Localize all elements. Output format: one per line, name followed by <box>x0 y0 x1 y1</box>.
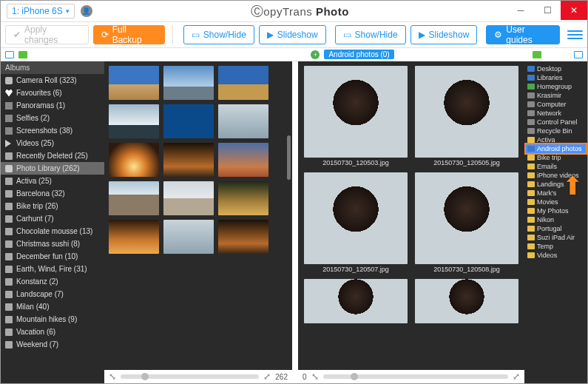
tree-node[interactable]: Movies <box>526 198 586 206</box>
tree-node[interactable]: Homegroup <box>526 82 586 91</box>
tree-node[interactable]: Landings <box>526 180 586 189</box>
album-item[interactable]: Chocolate mousse (13) <box>1 225 104 238</box>
album-item[interactable]: Recently Deleted (25) <box>1 149 104 162</box>
album-item[interactable]: Barcelona (32) <box>1 187 104 200</box>
album-item[interactable]: Activa (25) <box>1 175 104 187</box>
caption: 20150730_120507.jpg <box>304 266 408 273</box>
thumbnail[interactable] <box>163 181 214 215</box>
thumbnail[interactable] <box>109 104 159 138</box>
album-item[interactable]: Camera Roll (323) <box>1 74 104 87</box>
panel-divider[interactable] <box>292 61 298 383</box>
album-item[interactable]: December fun (10) <box>1 250 104 263</box>
device-selector[interactable]: 1: iPhone 6S ▾ <box>7 4 75 18</box>
user-guides-button[interactable]: ⚙ User guides <box>486 25 559 44</box>
thumbnail[interactable] <box>163 66 214 100</box>
expand-icon[interactable]: ⤢ <box>513 371 520 382</box>
collapse-icon[interactable]: ⤡ <box>311 371 319 382</box>
album-item[interactable]: Panoramas (1) <box>1 99 104 112</box>
album-item[interactable]: Screenshots (38) <box>1 124 104 137</box>
app-title: ⒸopyTrans Photo <box>92 3 507 20</box>
collapse-left-icon[interactable] <box>5 51 14 58</box>
thumbnail[interactable] <box>109 143 159 177</box>
add-icon[interactable]: + <box>311 50 320 59</box>
slideshow-left-button[interactable]: ▶ Slideshow <box>259 25 326 44</box>
thumbnail[interactable] <box>109 220 159 254</box>
tree-node[interactable]: Recycle Bin <box>526 127 586 135</box>
album-item[interactable]: Videos (25) <box>1 137 104 149</box>
tree-label: Landings <box>537 181 564 188</box>
album-item[interactable]: Carhunt (7) <box>1 212 104 225</box>
apply-changes-button[interactable]: ✔ Apply changes <box>5 25 89 44</box>
profile-icon[interactable]: 👤 <box>81 5 92 17</box>
thumbnail[interactable] <box>218 66 268 100</box>
thumbnail[interactable] <box>163 220 214 254</box>
expand-icon[interactable]: ⤢ <box>263 371 271 382</box>
new-album-icon[interactable] <box>18 51 27 58</box>
tree-node[interactable]: My Photos <box>526 206 586 215</box>
menu-button[interactable] <box>567 27 583 43</box>
album-label: Recently Deleted (25) <box>16 152 88 160</box>
thumbnail[interactable] <box>218 143 268 177</box>
tree-node[interactable]: Network <box>526 109 586 118</box>
minimize-button[interactable]: ─ <box>507 1 534 20</box>
album-item[interactable]: Selfies (2) <box>1 112 104 124</box>
tree-node[interactable]: Activa <box>526 135 586 144</box>
tree-node[interactable]: Videos <box>526 251 586 260</box>
device-photos-grid[interactable] <box>104 61 292 370</box>
tree-node[interactable]: Krasimir <box>526 91 586 100</box>
album-item[interactable]: Earth, Wind, Fire (31) <box>1 263 104 275</box>
folder-icon[interactable] <box>533 51 541 58</box>
thumbnail[interactable] <box>415 66 518 158</box>
scrollbar[interactable] <box>287 135 291 180</box>
thumbnail[interactable] <box>218 181 268 215</box>
zoom-slider[interactable] <box>121 374 259 379</box>
close-button[interactable]: ✕ <box>561 1 587 20</box>
album-item[interactable]: Weekend (7) <box>1 338 104 351</box>
thumbnail[interactable] <box>415 279 518 323</box>
showhide-left-button[interactable]: ▭ Show/Hide <box>183 25 254 44</box>
album-item[interactable]: Bike trip (26) <box>1 200 104 212</box>
tree-node[interactable]: Temp <box>526 242 586 251</box>
tree-node[interactable]: Desktop <box>526 64 586 73</box>
tree-node[interactable]: Portugal <box>526 224 586 233</box>
thumbnail[interactable] <box>304 279 408 323</box>
collapse-right-icon[interactable] <box>574 51 583 58</box>
thumbnail[interactable] <box>415 172 518 264</box>
tree-node[interactable]: Android photos <box>526 144 586 153</box>
album-item[interactable]: Konstanz (2) <box>1 275 104 288</box>
thumbnail[interactable] <box>218 220 268 254</box>
showhide-right-button[interactable]: ▭ Show/Hide <box>335 25 406 44</box>
thumbnail[interactable] <box>304 66 408 158</box>
tree-node[interactable]: iPhone videos <box>526 171 586 180</box>
tree-node[interactable]: Mark's <box>526 189 586 198</box>
maximize-button[interactable]: ☐ <box>534 1 561 20</box>
thumbnail[interactable] <box>163 143 214 177</box>
folder-icon <box>527 217 535 223</box>
thumbnail[interactable] <box>163 104 214 138</box>
album-item[interactable]: Milan (40) <box>1 300 104 313</box>
zoom-slider[interactable] <box>323 374 508 379</box>
tree-node[interactable]: Emails <box>526 162 586 171</box>
folder-icon <box>527 190 535 196</box>
album-label: Mountain hikes (9) <box>16 315 77 323</box>
album-item[interactable]: Favourites (6) <box>1 87 104 99</box>
album-item[interactable]: Christmas sushi (8) <box>1 238 104 250</box>
thumbnail[interactable] <box>109 66 159 100</box>
slideshow-right-button[interactable]: ▶ Slideshow <box>410 25 478 44</box>
album-item[interactable]: Mountain hikes (9) <box>1 313 104 326</box>
tree-node[interactable]: Nikon <box>526 215 586 224</box>
tree-node[interactable]: Control Panel <box>526 118 586 127</box>
collapse-icon[interactable]: ⤡ <box>109 371 116 382</box>
full-backup-button[interactable]: ⟳ Full Backup <box>93 25 165 44</box>
tree-node[interactable]: Computer <box>526 100 586 109</box>
tree-node[interactable]: Libraries <box>526 73 586 82</box>
pc-photos-grid[interactable]: 20150730_120503.jpg 20150730_120505.jpg … <box>298 61 524 370</box>
thumbnail[interactable] <box>109 181 159 215</box>
album-item[interactable]: Photo Library (262) <box>1 162 104 175</box>
album-item[interactable]: Vacation (6) <box>1 326 104 338</box>
tree-node[interactable]: Bike trip <box>526 153 586 162</box>
thumbnail[interactable] <box>304 172 408 264</box>
album-item[interactable]: Landscape (7) <box>1 288 104 300</box>
thumbnail[interactable] <box>218 104 268 138</box>
tree-node[interactable]: Suzi iPad Air <box>526 233 586 242</box>
